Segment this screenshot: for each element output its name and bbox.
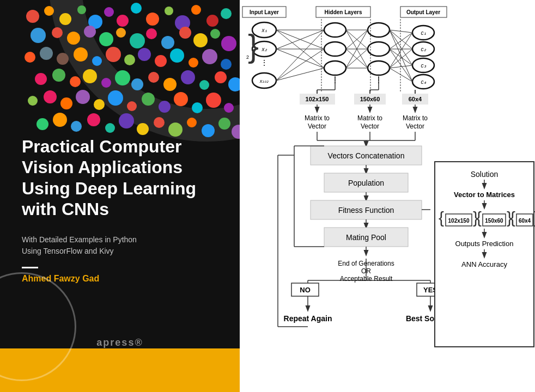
svg-line-38: [276, 49, 324, 81]
svg-text:102x150: 102x150: [306, 96, 329, 102]
svg-text:}: }: [473, 209, 478, 226]
svg-text:x₂: x₂: [262, 46, 268, 52]
svg-line-41: [346, 30, 368, 49]
svg-text:⋮: ⋮: [375, 76, 382, 84]
svg-rect-61: [300, 94, 335, 105]
diagram-panel: Input Layer Hidden Layers Output Layer x…: [240, 0, 535, 392]
svg-line-49: [390, 30, 412, 33]
svg-text:Acceptable Result: Acceptable Result: [340, 275, 393, 283]
svg-text:Matrix to: Matrix to: [305, 114, 330, 122]
svg-text:{: {: [510, 209, 515, 226]
svg-point-20: [368, 42, 390, 56]
svg-rect-84: [311, 146, 422, 165]
svg-text:Output Layer: Output Layer: [406, 9, 440, 15]
svg-rect-63: [354, 94, 386, 105]
svg-line-34: [276, 30, 324, 49]
svg-text:Mating Pool: Mating Pool: [346, 233, 386, 242]
svg-text:2: 2: [246, 54, 249, 60]
svg-line-47: [346, 49, 368, 68]
svg-point-11: [252, 73, 276, 88]
svg-text:}: }: [248, 28, 259, 64]
svg-line-46: [346, 30, 368, 68]
svg-point-6: [252, 22, 276, 38]
dots-decoration: [0, 0, 240, 158]
svg-text:60x4: 60x4: [409, 96, 422, 102]
svg-text:c₄: c₄: [421, 79, 427, 85]
svg-line-33: [276, 30, 324, 68]
svg-text:ANN Accuracy: ANN Accuracy: [461, 260, 507, 268]
svg-text:x₁₀₂: x₁₀₂: [259, 78, 269, 84]
svg-text:150x60: 150x60: [485, 218, 503, 224]
svg-rect-4: [400, 7, 447, 17]
svg-line-51: [390, 30, 412, 65]
svg-line-58: [390, 49, 412, 68]
book-subtitle: With Detailed Examples in Python Using T…: [22, 234, 229, 257]
svg-line-57: [390, 33, 412, 68]
svg-line-37: [276, 30, 324, 81]
svg-line-56: [390, 49, 412, 82]
publisher-logo: apress®: [96, 337, 143, 348]
svg-text:c₂: c₂: [421, 46, 427, 52]
svg-text:Outputs Prediction: Outputs Prediction: [455, 240, 514, 248]
svg-text:Matrix to: Matrix to: [403, 114, 428, 122]
svg-line-45: [346, 49, 368, 68]
svg-rect-90: [311, 200, 422, 219]
svg-line-50: [390, 30, 412, 49]
svg-point-17: [324, 61, 346, 75]
svg-text:Vector to Matrices: Vector to Matrices: [454, 191, 515, 199]
book-cover: Practical Computer Vision Applications U…: [0, 0, 240, 392]
svg-text:c₃: c₃: [421, 63, 427, 69]
svg-line-55: [390, 49, 412, 65]
svg-point-29: [412, 75, 434, 89]
svg-text:Input Layer: Input Layer: [250, 9, 279, 15]
svg-rect-118: [435, 162, 534, 347]
svg-text:⋮: ⋮: [260, 58, 268, 67]
svg-rect-124: [446, 214, 472, 226]
svg-text:Solution: Solution: [471, 170, 498, 179]
svg-text:Population: Population: [348, 179, 384, 187]
svg-line-36: [276, 49, 324, 68]
svg-point-15: [324, 23, 346, 37]
svg-text:Matrix to: Matrix to: [357, 114, 382, 122]
book-divider: [22, 267, 38, 268]
svg-text:Vectors Concatenation: Vectors Concatenation: [328, 151, 405, 160]
svg-text:102x150: 102x150: [448, 218, 470, 224]
svg-text:Fitness Function: Fitness Function: [338, 206, 394, 215]
svg-point-16: [324, 42, 346, 56]
svg-rect-132: [516, 214, 533, 226]
svg-line-59: [390, 65, 412, 68]
svg-point-8: [252, 41, 276, 57]
svg-rect-128: [483, 214, 506, 226]
svg-line-43: [346, 30, 368, 49]
svg-text:⋮: ⋮: [331, 76, 339, 84]
svg-rect-87: [324, 173, 408, 192]
svg-rect-106: [291, 283, 319, 296]
svg-text:Vector: Vector: [361, 122, 379, 130]
svg-point-19: [368, 23, 390, 37]
svg-line-32: [276, 30, 324, 49]
svg-line-60: [390, 68, 412, 82]
svg-line-53: [390, 33, 412, 49]
svg-text:150x60: 150x60: [360, 96, 380, 102]
svg-text:Repeat Again: Repeat Again: [284, 314, 332, 323]
svg-text:Vector: Vector: [308, 122, 326, 130]
svg-text:Best Solution: Best Solution: [406, 314, 455, 323]
svg-point-23: [412, 26, 434, 40]
svg-text:End of Generations: End of Generations: [338, 260, 394, 267]
svg-point-25: [412, 42, 434, 56]
svg-line-52: [390, 30, 412, 82]
svg-text:Vector: Vector: [406, 122, 424, 130]
svg-rect-0: [242, 7, 286, 17]
svg-rect-65: [402, 94, 428, 105]
svg-text:x₁: x₁: [262, 27, 267, 33]
svg-rect-94: [324, 228, 408, 247]
svg-text:60x4: 60x4: [519, 218, 531, 224]
svg-rect-2: [316, 7, 370, 17]
svg-text:NO: NO: [300, 286, 311, 294]
svg-text:OR: OR: [361, 267, 371, 275]
svg-text:c₁: c₁: [421, 30, 426, 36]
svg-point-27: [412, 58, 434, 72]
svg-line-39: [276, 68, 324, 81]
svg-line-42: [346, 30, 368, 68]
svg-text:Hidden Layers: Hidden Layers: [325, 9, 362, 15]
